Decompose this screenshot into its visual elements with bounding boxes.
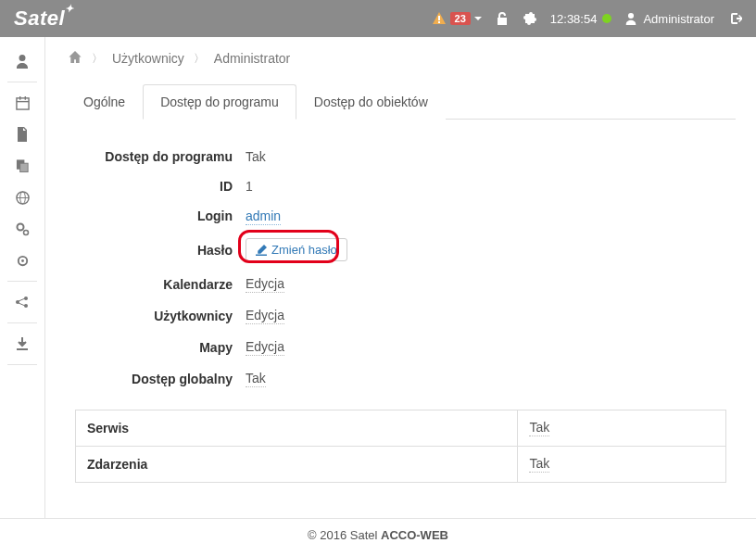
sidebar-item-globe[interactable] [0, 183, 44, 212]
permissions-table: Serwis Tak Zdarzenia Tak [75, 410, 726, 483]
cell-events-label: Zdarzenia [76, 447, 518, 483]
tabs: Ogólne Dostęp do programu Dostęp do obie… [66, 83, 736, 120]
user-icon [624, 12, 637, 25]
value-maps[interactable]: Edycja [246, 339, 284, 356]
home-icon [68, 50, 82, 64]
chevron-right-icon: 〉 [194, 51, 205, 67]
sidebar-item-download[interactable] [0, 329, 44, 359]
sidebar-item-copy[interactable] [0, 151, 44, 181]
lock-open-button[interactable] [495, 11, 510, 26]
footer-product: ACCO-WEB [381, 528, 448, 542]
sidebar [0, 37, 45, 518]
label-login: Login [75, 208, 246, 223]
user-label: Administrator [643, 12, 714, 26]
svg-rect-0 [438, 16, 440, 20]
svg-point-12 [24, 231, 29, 235]
value-global-access[interactable]: Tak [246, 371, 266, 387]
clock-display: 12:38:54 [550, 12, 612, 26]
label-global-access: Dostęp globalny [75, 372, 246, 386]
status-dot-icon [602, 14, 611, 23]
svg-rect-2 [16, 97, 28, 108]
caret-down-icon [474, 15, 482, 22]
cell-service-value[interactable]: Tak [529, 420, 549, 436]
label-id: ID [75, 179, 246, 194]
table-row: Zdarzenia Tak [76, 447, 726, 483]
extension-button[interactable] [523, 11, 537, 26]
alert-count-badge: 23 [450, 12, 471, 25]
breadcrumb-home[interactable] [68, 50, 82, 67]
alert-indicator[interactable]: 23 [432, 11, 482, 26]
value-calendars[interactable]: Edycja [246, 276, 284, 293]
brand-logo: Satel✦ [14, 6, 74, 31]
footer-copyright: © 2016 Satel [308, 528, 381, 542]
breadcrumb: 〉 Użytkownicy 〉 Administrator [66, 46, 736, 70]
label-maps: Mapy [75, 340, 246, 355]
label-users: Użytkownicy [75, 309, 246, 323]
chevron-right-icon: 〉 [92, 51, 103, 67]
label-password: Hasło [75, 243, 246, 258]
warning-icon [432, 11, 447, 26]
edit-icon [256, 245, 267, 256]
change-password-button[interactable]: Zmień hasło [246, 238, 347, 261]
tab-general[interactable]: Ogólne [66, 84, 143, 120]
svg-point-14 [21, 259, 24, 262]
share-icon [15, 296, 30, 309]
footer: © 2016 Satel ACCO-WEB 1.20.019 [0, 518, 756, 543]
sidebar-item-settings[interactable] [0, 246, 44, 275]
value-id: 1 [246, 179, 253, 194]
value-program-access: Tak [246, 149, 266, 164]
gear-icon [16, 254, 30, 268]
sidebar-item-user[interactable] [0, 46, 44, 76]
label-program-access: Dostęp do programu [75, 149, 246, 164]
label-calendars: Kalendarze [75, 277, 246, 292]
user-icon [15, 54, 30, 69]
value-login[interactable]: admin [246, 208, 281, 225]
svg-point-11 [18, 224, 24, 231]
breadcrumb-current: Administrator [214, 51, 290, 66]
document-icon [16, 127, 29, 142]
copy-icon [16, 158, 30, 173]
tab-panel: Dostęp do programu Tak ID 1 Login admin … [66, 120, 736, 490]
svg-rect-7 [19, 163, 27, 171]
globe-icon [16, 191, 30, 205]
svg-rect-20 [17, 348, 28, 350]
download-icon [16, 337, 29, 350]
value-users[interactable]: Edycja [246, 308, 284, 324]
table-row: Serwis Tak [76, 410, 726, 447]
cell-service-label: Serwis [76, 410, 518, 447]
puzzle-icon [523, 11, 537, 26]
calendar-icon [16, 96, 30, 110]
tab-program-access[interactable]: Dostęp do programu [143, 84, 296, 120]
svg-line-19 [19, 303, 25, 306]
svg-rect-1 [438, 21, 440, 23]
sidebar-item-calendar[interactable] [0, 88, 44, 118]
cell-events-value[interactable]: Tak [529, 456, 549, 473]
gears-icon [15, 221, 30, 236]
breadcrumb-users[interactable]: Użytkownicy [112, 51, 184, 66]
logout-icon [727, 11, 742, 26]
unlock-icon [495, 11, 510, 26]
sidebar-item-gears[interactable] [0, 214, 44, 244]
sidebar-item-document[interactable] [0, 120, 44, 149]
topbar: Satel✦ 23 12:38:54 Administrator [0, 0, 756, 37]
main-content: 〉 Użytkownicy 〉 Administrator Ogólne Dos… [45, 37, 756, 518]
sidebar-item-share[interactable] [0, 287, 44, 317]
logout-button[interactable] [727, 11, 742, 26]
svg-line-18 [19, 298, 25, 301]
tab-object-access[interactable]: Dostęp do obiektów [296, 84, 446, 120]
user-menu[interactable]: Administrator [624, 12, 714, 26]
